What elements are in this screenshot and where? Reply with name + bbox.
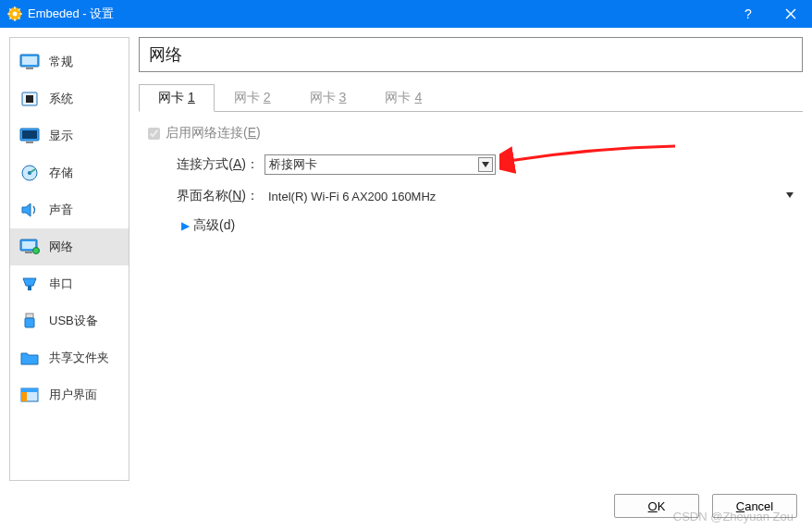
app-gear-icon	[7, 6, 22, 21]
svg-rect-14	[26, 68, 33, 69]
sidebar-item-label: USB设备	[49, 313, 98, 329]
enable-network-checkbox[interactable]	[148, 128, 160, 140]
chip-icon	[19, 90, 40, 108]
layout-icon	[19, 386, 40, 404]
svg-rect-28	[25, 318, 34, 327]
tab-adapter-3[interactable]: 网卡3	[290, 84, 366, 112]
svg-rect-27	[26, 314, 33, 318]
svg-rect-30	[21, 388, 38, 392]
sidebar-item-label: 常规	[49, 54, 73, 70]
help-button[interactable]: ?	[727, 0, 769, 28]
sidebar-item-serial[interactable]: 串口	[10, 265, 129, 302]
network-icon	[19, 238, 40, 256]
close-button[interactable]	[769, 0, 812, 28]
sidebar-item-shared[interactable]: 共享文件夹	[10, 339, 129, 376]
svg-rect-24	[25, 252, 32, 253]
sidebar-item-system[interactable]: 系统	[10, 80, 129, 117]
sidebar-item-label: 串口	[49, 276, 73, 292]
iface-label: 界面名称(N)：	[163, 188, 265, 204]
attach-mode-combo[interactable]: 桥接网卡	[265, 154, 496, 175]
tab-adapter-1[interactable]: 网卡1	[139, 84, 215, 112]
main-panel: 网络 网卡1 网卡2 网卡3 网卡4 启用网络连接(E) 连接方式(A)： 桥接…	[139, 37, 803, 481]
folder-icon	[19, 349, 40, 367]
disk-icon	[19, 164, 40, 182]
svg-rect-26	[28, 286, 31, 290]
sidebar-item-usb[interactable]: USB设备	[10, 302, 129, 339]
enable-network-label: 启用网络连接(E)	[166, 125, 261, 141]
sidebar-item-label: 用户界面	[49, 387, 97, 403]
page-title: 网络	[149, 45, 182, 64]
tabs: 网卡1 网卡2 网卡3 网卡4	[139, 83, 803, 112]
serial-icon	[19, 275, 40, 293]
chevron-down-icon	[782, 188, 797, 203]
sidebar-item-general[interactable]: 常规	[10, 43, 129, 80]
attach-label: 连接方式(A)：	[163, 156, 265, 173]
svg-rect-16	[26, 95, 33, 103]
sidebar-item-label: 显示	[49, 128, 73, 144]
tab-adapter-2[interactable]: 网卡2	[215, 84, 290, 112]
sidebar-item-label: 声音	[49, 202, 73, 218]
speaker-icon	[19, 201, 40, 219]
interface-name-combo[interactable]: Intel(R) Wi-Fi 6 AX200 160MHz	[265, 186, 799, 206]
attach-row: 连接方式(A)： 桥接网卡	[144, 154, 803, 175]
svg-rect-23	[22, 241, 35, 249]
svg-rect-18	[22, 130, 37, 139]
svg-rect-19	[26, 141, 33, 143]
svg-point-25	[33, 248, 40, 254]
monitor-icon	[19, 53, 40, 71]
sidebar-item-network[interactable]: 网络	[10, 228, 129, 265]
svg-point-1	[13, 12, 18, 17]
sidebar-item-label: 系统	[49, 91, 73, 107]
sidebar: 常规 系统 显示 存储 声音 网络 串口 USB设备	[9, 37, 129, 481]
sidebar-item-label: 存储	[49, 165, 73, 181]
interface-name-value: Intel(R) Wi-Fi 6 AX200 160MHz	[268, 190, 436, 203]
sidebar-item-storage[interactable]: 存储	[10, 154, 129, 191]
advanced-label: 高级(d)	[193, 217, 235, 234]
sidebar-item-ui[interactable]: 用户界面	[10, 376, 129, 413]
svg-rect-13	[22, 56, 37, 65]
usb-icon	[19, 312, 40, 330]
cancel-button[interactable]: Cancel	[712, 494, 797, 518]
attach-mode-value: 桥接网卡	[269, 156, 317, 173]
sidebar-item-label: 网络	[49, 239, 73, 255]
advanced-toggle[interactable]: ▶ 高级(d)	[144, 217, 803, 234]
footer: OK Cancel	[614, 494, 797, 518]
window-title: Embeded - 设置	[28, 6, 727, 22]
display-icon	[19, 127, 40, 145]
triangle-right-icon: ▶	[181, 219, 190, 232]
ok-button[interactable]: OK	[614, 494, 699, 518]
iface-row: 界面名称(N)： Intel(R) Wi-Fi 6 AX200 160MHz	[144, 186, 803, 206]
titlebar: Embeded - 设置 ?	[0, 0, 812, 28]
page-title-box: 网络	[139, 37, 803, 72]
chevron-down-icon	[478, 157, 493, 172]
sidebar-item-label: 共享文件夹	[49, 350, 109, 366]
sidebar-item-display[interactable]: 显示	[10, 117, 129, 154]
enable-network-row: 启用网络连接(E)	[144, 125, 803, 141]
sidebar-item-audio[interactable]: 声音	[10, 191, 129, 228]
tab-adapter-4[interactable]: 网卡4	[365, 84, 441, 112]
svg-rect-31	[21, 392, 27, 401]
